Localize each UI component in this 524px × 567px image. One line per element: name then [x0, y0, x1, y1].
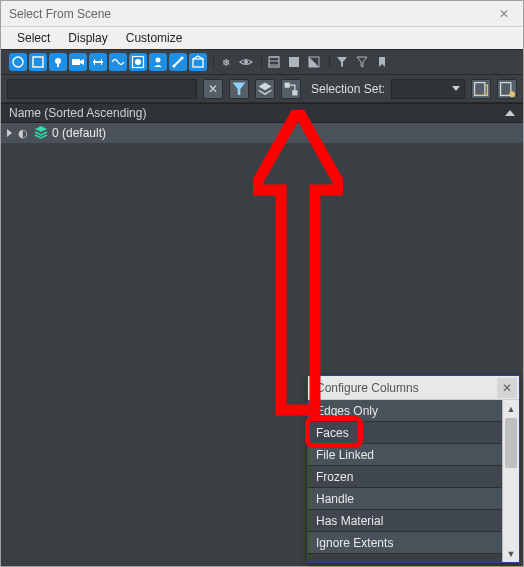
funnel-icon	[335, 55, 349, 69]
popup-titlebar[interactable]: Configure Columns ✕	[308, 376, 519, 400]
filter-xrefs-button[interactable]	[149, 53, 167, 71]
filter-bones-button[interactable]	[169, 53, 187, 71]
column-header[interactable]: Name (Sorted Ascending)	[1, 103, 523, 123]
filter-influences-button[interactable]	[333, 53, 351, 71]
list-item[interactable]: Faces	[308, 422, 502, 444]
list-item[interactable]: File Linked	[308, 444, 502, 466]
sync-selection-button[interactable]	[281, 79, 301, 99]
list-item[interactable]: Edges Only	[308, 400, 502, 422]
menu-select[interactable]: Select	[17, 27, 50, 49]
filter-spacewarps-button[interactable]	[109, 53, 127, 71]
frozen-hidden-group: ❄	[213, 53, 259, 71]
list-item-label: Frozen	[316, 470, 353, 484]
svg-point-2	[55, 58, 61, 64]
close-icon: ✕	[208, 82, 218, 96]
filter-dependents-button[interactable]	[353, 53, 371, 71]
popup-scrollbar[interactable]: ▲ ▼	[502, 400, 519, 562]
filter-containers-button[interactable]	[189, 53, 207, 71]
visibility-icon[interactable]: ◐	[18, 127, 28, 140]
list-item-label: Has Material	[316, 514, 383, 528]
svg-point-25	[509, 91, 515, 97]
menu-display[interactable]: Display	[68, 27, 107, 49]
scroll-up-button[interactable]: ▲	[503, 400, 519, 417]
list-item-label: Edges Only	[316, 404, 378, 418]
scroll-thumb[interactable]	[505, 418, 517, 468]
svg-rect-1	[33, 57, 43, 67]
svg-point-9	[135, 59, 141, 65]
list-item[interactable]: Handle	[308, 488, 502, 510]
layers-icon	[256, 80, 274, 98]
menubar: Select Display Customize	[1, 27, 523, 49]
svg-rect-6	[94, 59, 95, 65]
svg-rect-7	[101, 59, 102, 65]
popup-close-button[interactable]: ✕	[497, 378, 517, 398]
filter-cameras-button[interactable]	[69, 53, 87, 71]
tree-row[interactable]: ◐ 0 (default)	[1, 123, 523, 143]
camera-icon	[71, 55, 85, 69]
scroll-down-button[interactable]: ▼	[503, 545, 519, 562]
svg-rect-13	[193, 59, 203, 67]
create-selection-set-button[interactable]	[471, 79, 491, 99]
svg-rect-21	[285, 82, 290, 87]
display-hidden-button[interactable]	[237, 53, 255, 71]
view-layers-button[interactable]	[255, 79, 275, 99]
filter-shapes-button[interactable]	[29, 53, 47, 71]
shape-icon	[31, 55, 45, 69]
filter-helpers-button[interactable]	[89, 53, 107, 71]
svg-rect-22	[292, 90, 297, 95]
close-icon: ✕	[502, 381, 512, 395]
display-frozen-button[interactable]: ❄	[217, 53, 235, 71]
spacewarp-icon	[111, 55, 125, 69]
select-all-icon	[267, 55, 281, 69]
list-item-label: Ignore Extents	[316, 536, 393, 550]
group-icon	[131, 55, 145, 69]
selection-set-label: Selection Set:	[311, 82, 385, 96]
close-icon: ✕	[499, 7, 509, 21]
configure-columns-popup: Configure Columns ✕ Edges Only Faces Fil…	[307, 375, 520, 563]
filter-options-button[interactable]	[229, 79, 249, 99]
menu-customize[interactable]: Customize	[126, 27, 183, 49]
list-item-label: Handle	[316, 492, 354, 506]
list-item[interactable]: Has Material	[308, 510, 502, 532]
svg-rect-24	[501, 82, 511, 95]
sort-ascending-icon	[505, 110, 515, 116]
xref-icon	[151, 55, 165, 69]
svg-rect-19	[289, 57, 299, 67]
window-close-button[interactable]: ✕	[487, 3, 521, 25]
search-input[interactable]	[7, 79, 197, 99]
light-icon	[51, 55, 65, 69]
edit-selection-set-button[interactable]	[497, 79, 517, 99]
filter-lights-button[interactable]	[49, 53, 67, 71]
search-row: ✕ Selection Set:	[1, 75, 523, 103]
select-all-button[interactable]	[265, 53, 283, 71]
influence-filters-group	[329, 53, 395, 71]
list-item[interactable]: Frozen	[308, 466, 502, 488]
helper-icon	[91, 55, 105, 69]
list-item[interactable]: Ignore Extents	[308, 532, 502, 554]
snowflake-icon: ❄	[222, 57, 230, 68]
list-item-label: File Linked	[316, 448, 374, 462]
svg-rect-3	[57, 64, 59, 67]
container-icon	[191, 55, 205, 69]
funnel-settings-icon	[230, 80, 248, 98]
bookmark-icon	[375, 55, 389, 69]
selection-set-combo[interactable]	[391, 79, 465, 99]
sync-icon	[282, 80, 300, 98]
clear-search-button[interactable]: ✕	[203, 79, 223, 99]
filter-selected-button[interactable]	[373, 53, 391, 71]
popup-title: Configure Columns	[316, 381, 419, 395]
filter-groups-button[interactable]	[129, 53, 147, 71]
svg-point-14	[244, 60, 248, 64]
select-none-button[interactable]	[285, 53, 303, 71]
layer-icon	[34, 125, 48, 142]
columns-list[interactable]: Edges Only Faces File Linked Frozen Hand…	[308, 400, 502, 562]
svg-point-10	[156, 58, 161, 63]
filter-geometry-button[interactable]	[9, 53, 27, 71]
popup-body: Edges Only Faces File Linked Frozen Hand…	[308, 400, 519, 562]
titlebar[interactable]: Select From Scene ✕	[1, 1, 523, 27]
tree-row-label: 0 (default)	[52, 126, 106, 140]
select-invert-button[interactable]	[305, 53, 323, 71]
chevron-down-icon	[452, 86, 460, 91]
expand-icon[interactable]	[7, 129, 12, 137]
new-set-icon	[472, 80, 490, 98]
